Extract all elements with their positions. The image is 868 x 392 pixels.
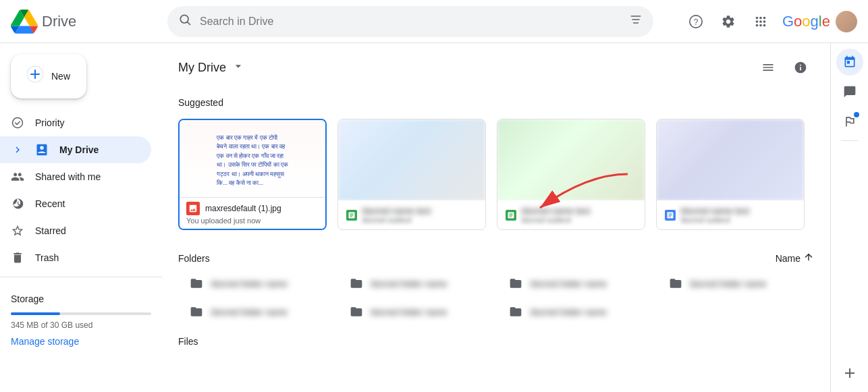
content-area: My Drive Suggested: [162, 43, 830, 392]
plus-icon: [27, 66, 43, 86]
folder-item-4[interactable]: blurred folder name: [657, 271, 815, 296]
folder-item-7[interactable]: blurred folder name: [497, 299, 655, 325]
right-panel-divider: [842, 140, 858, 141]
card-subtext-2: blurred subtext: [362, 216, 477, 224]
topbar-right: ? Google: [682, 8, 857, 35]
folder-icon-2: [350, 277, 363, 290]
settings-button[interactable]: [715, 8, 742, 35]
card-subtext-3: blurred subtext: [522, 216, 636, 224]
suggested-area: एक बार एक गाहर में एक टोपी बेचने वाला रह…: [162, 113, 830, 235]
folder-item-6[interactable]: blurred folder name: [338, 299, 495, 325]
sidebar-item-label: Shared with me: [35, 171, 101, 182]
card-preview-2: [338, 119, 485, 200]
folder-item-3[interactable]: blurred folder name: [497, 271, 655, 296]
svg-rect-3: [632, 19, 640, 20]
sidebar-item-priority[interactable]: Priority: [0, 109, 151, 136]
sort-arrow-icon: [803, 252, 814, 265]
starred-icon: [11, 224, 24, 237]
card-preview-content-1: एक बार एक गाहर में एक टोपी बेचने वाला रह…: [180, 120, 325, 201]
card-info-4: blurred name text blurred subtext: [657, 200, 804, 229]
sidebar-item-my-drive[interactable]: My Drive: [0, 136, 151, 163]
folder-item-1[interactable]: blurred folder name: [178, 271, 335, 296]
sidebar-item-label: Trash: [35, 252, 59, 263]
sidebar: New Priority My Drive Shared with me: [0, 43, 162, 392]
search-input[interactable]: [200, 16, 621, 28]
logo-area: Drive: [11, 8, 159, 35]
calendar-panel-button[interactable]: [836, 49, 863, 76]
search-icon: [178, 13, 192, 30]
folder-name-7: blurred folder name: [531, 307, 607, 317]
storage-used-text: 345 MB of 30 GB used: [11, 320, 151, 330]
tasks-badge: [854, 112, 859, 117]
sidebar-item-trash[interactable]: Trash: [0, 244, 151, 271]
recent-icon: [11, 197, 24, 211]
google-logo-text: Google: [782, 13, 830, 30]
suggested-card-4[interactable]: blurred name text blurred subtext: [656, 119, 805, 230]
topbar: Drive ? Google: [0, 0, 868, 43]
folder-name-3: blurred folder name: [531, 279, 607, 289]
card-file-icon-2: [346, 210, 357, 221]
folder-icon-5: [190, 305, 203, 318]
folder-item-2[interactable]: blurred folder name: [338, 271, 495, 296]
info-button[interactable]: [787, 54, 814, 81]
sidebar-item-starred[interactable]: Starred: [0, 217, 151, 244]
sidebar-item-label: Starred: [35, 225, 66, 236]
svg-rect-2: [631, 16, 641, 17]
tooltip-file-icon: [186, 202, 200, 215]
files-header: Files: [162, 325, 830, 353]
sidebar-item-shared[interactable]: Shared with me: [0, 163, 151, 190]
search-options-icon[interactable]: [629, 13, 643, 30]
priority-icon: [11, 116, 24, 130]
svg-line-1: [188, 22, 190, 25]
folder-name-4: blurred folder name: [690, 279, 767, 289]
help-button[interactable]: ?: [682, 8, 709, 35]
sort-button[interactable]: Name: [776, 252, 814, 265]
search-bar[interactable]: [167, 6, 653, 37]
card-file-icon-4: [665, 210, 676, 221]
suggested-card-3[interactable]: blurred name text blurred subtext: [497, 119, 645, 230]
card-details-3: blurred name text blurred subtext: [522, 206, 636, 224]
manage-storage-link[interactable]: Manage storage: [11, 336, 79, 347]
folder-icon-7: [509, 305, 522, 318]
card-file-icon-3: [506, 210, 516, 221]
storage-fill: [11, 312, 60, 315]
storage-section: Storage 345 MB of 30 GB used Manage stor…: [0, 283, 162, 353]
right-panel: [830, 43, 868, 392]
sidebar-item-recent[interactable]: Recent: [0, 190, 151, 217]
card-details-2: blurred name text blurred subtext: [362, 206, 477, 224]
trash-icon: [11, 251, 24, 264]
card-info-2: blurred name text blurred subtext: [338, 200, 485, 229]
folder-icon-6: [350, 305, 363, 318]
svg-text:?: ?: [694, 17, 699, 26]
card-info-3: blurred name text blurred subtext: [497, 200, 645, 229]
avatar[interactable]: [836, 11, 857, 32]
apps-button[interactable]: [747, 8, 774, 35]
shared-icon: [11, 170, 24, 184]
handwriting-text: एक बार एक गाहर में एक टोपी बेचने वाला रह…: [214, 131, 291, 191]
main-layout: New Priority My Drive Shared with me: [0, 43, 868, 392]
list-view-button[interactable]: [755, 54, 782, 81]
suggested-grid: एक बार एक गाहर में एक टोपी बेचने वाला रह…: [162, 113, 830, 235]
folder-item-5[interactable]: blurred folder name: [178, 299, 335, 325]
sort-label: Name: [776, 253, 801, 264]
new-button-label: New: [51, 71, 70, 82]
suggested-card-1[interactable]: एक बार एक गाहर में एक टोपी बेचने वाला रह…: [178, 119, 327, 230]
files-title: Files: [178, 336, 198, 347]
storage-bar: [11, 312, 151, 315]
content-header: My Drive: [162, 43, 830, 92]
card-tooltip-1: maxresdefault (1).jpg You uploaded just …: [180, 197, 325, 229]
card-name-2: blurred name text: [362, 206, 477, 216]
sidebar-item-label: Recent: [35, 198, 65, 209]
sidebar-item-label: My Drive: [59, 144, 99, 155]
folders-grid: blurred folder name blurred folder name …: [162, 271, 830, 325]
folder-icon-1: [190, 277, 203, 290]
notes-panel-button[interactable]: [836, 78, 863, 105]
folder-icon-4: [669, 277, 682, 290]
card-name-4: blurred name text: [681, 206, 796, 216]
drive-logo-icon: [11, 8, 38, 35]
tasks-panel-button[interactable]: [836, 108, 863, 135]
new-button[interactable]: New: [11, 54, 86, 99]
drive-title-chevron[interactable]: [232, 59, 245, 76]
suggested-card-2[interactable]: blurred name text blurred subtext: [337, 119, 486, 230]
right-panel-plus-button[interactable]: [836, 360, 863, 387]
